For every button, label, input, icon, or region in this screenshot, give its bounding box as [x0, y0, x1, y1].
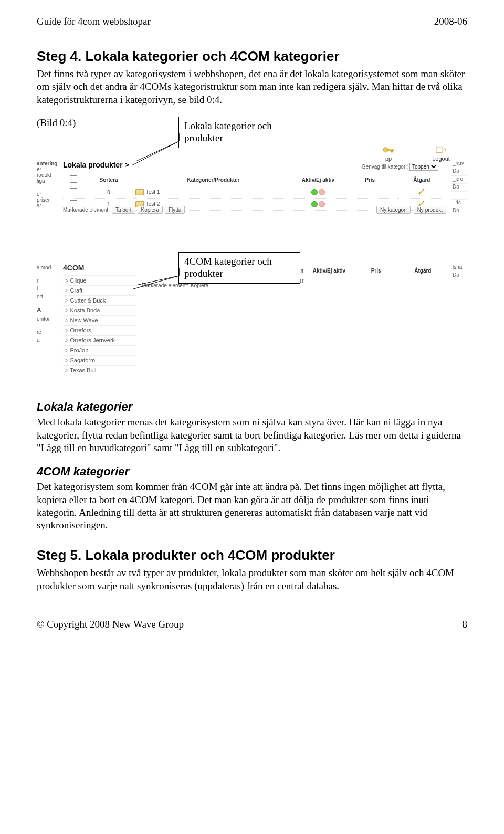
footer-left: © Copyright 2008 New Wave Group: [37, 619, 184, 630]
edge-row: Do: [452, 207, 467, 215]
callout-top: Lokala kategorier och produkter: [178, 117, 300, 148]
genvag-select[interactable]: Toppen: [410, 163, 438, 171]
local-products-table: Sortera Kategorier/Produkter Aktiv/Ej ak…: [63, 173, 446, 211]
col-aktiv: Aktiv/Ej aktiv: [306, 266, 352, 276]
callout-bottom: 4COM kategorier och produkter: [178, 252, 300, 284]
step5-para: Webbshopen består av två typer av produk…: [37, 567, 467, 592]
row-price: --: [343, 186, 397, 199]
topbar-logout-label: Logout: [432, 155, 450, 162]
left-item[interactable]: r: [37, 277, 62, 285]
svg-rect-3: [436, 147, 442, 153]
left-item[interactable]: ar: [37, 203, 62, 208]
col-atgard: Åtgärd: [400, 266, 446, 276]
row-checkbox[interactable]: [70, 188, 77, 195]
left-item[interactable]: priser: [37, 197, 62, 203]
left-item[interactable]: A: [37, 306, 62, 315]
cropped-right-column: _huv Do _pro Do _4c Do: [451, 160, 467, 215]
left-item[interactable]: l: [37, 285, 62, 293]
screenshot-area: Lokala kategorier och produkter 4COM kat…: [37, 117, 467, 390]
folder-icon: [135, 189, 144, 195]
bulk-delete-button[interactable]: Ta bort: [112, 206, 135, 214]
mark-label: Markerade element:: [63, 207, 110, 213]
left-item[interactable]: liga: [37, 178, 62, 184]
brand-list: Clique Craft Cutter & Buck Kosta Boda Ne…: [63, 275, 136, 375]
col-sortera: Sortera: [84, 173, 133, 186]
edge-row: _4c: [452, 199, 467, 207]
left-item[interactable]: ort: [37, 293, 62, 300]
lokala-para: Med lokala kategorier menas det kategori…: [37, 416, 467, 454]
col-aktiv: Aktiv/Ej aktiv: [293, 173, 342, 186]
callout-bottom-text: 4COM kategorier och produkter: [184, 256, 272, 279]
cropped-left-menu-lower: almod r l ort A onitor re a: [37, 264, 62, 344]
edge-row: Do: [452, 183, 467, 191]
header-right: 2008-06: [434, 16, 467, 27]
edit-icon[interactable]: [418, 188, 425, 195]
col-pris: Pris: [353, 266, 400, 276]
col-kat-prod: Kategorier/Produkter: [133, 173, 294, 186]
lokala-title: Lokala kategorier: [37, 400, 467, 414]
brand-item[interactable]: New Wave: [63, 315, 136, 325]
row-sort: 0: [84, 186, 133, 199]
row-name[interactable]: Test 1: [146, 189, 160, 195]
topbar-home[interactable]: pp: [378, 146, 399, 162]
fourcom-para: Det kategorisystem som kommer från 4COM …: [37, 481, 467, 531]
new-category-button[interactable]: Ny kategori: [376, 206, 411, 214]
fourcom-heading: 4COM: [63, 264, 84, 272]
left-item[interactable]: re: [37, 328, 62, 336]
brand-item[interactable]: Cutter & Buck: [63, 295, 136, 305]
bulk-copy-button[interactable]: Kopiera: [191, 283, 208, 288]
edge-row: _huv: [452, 160, 467, 168]
local-products-heading: Lokala produkter >: [63, 161, 129, 169]
status-active-icon[interactable]: [311, 189, 318, 195]
key-icon: [383, 146, 394, 154]
left-item[interactable]: almod: [37, 264, 62, 272]
step4-title: Steg 4. Lokala kategorier och 4COM kateg…: [37, 48, 467, 65]
col-atgard: Åtgärd: [397, 173, 446, 186]
step4-para: Det finns två typer av kategorisystem i …: [37, 68, 467, 106]
brand-item[interactable]: Craft: [63, 285, 136, 295]
left-heading: antering: [37, 161, 62, 166]
brand-item[interactable]: Texas Bull: [63, 365, 136, 375]
svg-rect-1: [387, 149, 393, 151]
edge-row: Do: [452, 168, 467, 175]
fourcom-bulk-row: Markerade element: Kopiera: [142, 283, 208, 288]
step5-title: Steg 5. Lokala produkter och 4COM produk…: [37, 547, 467, 564]
left-item[interactable]: rodukt: [37, 172, 62, 178]
cropped-left-menu: antering er rodukt liga er priser ar: [37, 161, 62, 216]
brand-item[interactable]: ProJob: [63, 345, 136, 355]
callout-top-text: Lokala kategorier och produkter: [184, 120, 272, 143]
fourcom-title: 4COM kategorier: [37, 465, 467, 478]
select-all-checkbox[interactable]: [70, 175, 77, 183]
col-pris: Pris: [343, 173, 397, 186]
left-item[interactable]: er: [37, 191, 62, 197]
bulk-move-button[interactable]: Flytta: [165, 206, 185, 214]
svg-rect-2: [391, 151, 392, 152]
status-inactive-icon[interactable]: [319, 189, 325, 195]
left-item[interactable]: a: [37, 336, 62, 344]
edge-row: _pro: [452, 175, 467, 183]
header-left: Guide för 4com webbshopar: [37, 16, 151, 27]
brand-item[interactable]: Orrefors: [63, 325, 136, 335]
screenshot-upper: pp Logout _huv Do _pro Do _4c Do: [37, 144, 467, 249]
mark-label: Markerade element:: [142, 283, 188, 288]
brand-item[interactable]: Sagaform: [63, 355, 136, 365]
footer-page: 8: [463, 619, 468, 630]
table-row: 0 Test 1 --: [63, 186, 446, 199]
topbar-home-label: pp: [385, 155, 392, 162]
edge-row: [452, 191, 467, 199]
genvag-label: Genväg till kategori:: [362, 164, 408, 170]
brand-item[interactable]: Orrefors Jernverk: [63, 335, 136, 345]
category-shortcut: Genväg till kategori: Toppen: [362, 163, 438, 171]
edge-row: lsha: [452, 264, 467, 272]
logout-icon: [435, 146, 447, 154]
bulk-copy-button[interactable]: Kopiera: [138, 206, 163, 214]
cropped-right-column-lower: lsha Do: [451, 264, 467, 279]
edge-row: Do: [452, 272, 467, 279]
left-item[interactable]: er: [37, 166, 62, 172]
topbar-logout[interactable]: Logout: [430, 146, 452, 162]
left-item[interactable]: onitor: [37, 315, 62, 323]
new-product-button[interactable]: Ny produkt: [414, 206, 446, 214]
brand-item[interactable]: Kosta Boda: [63, 305, 136, 315]
brand-item[interactable]: Clique: [63, 275, 136, 285]
